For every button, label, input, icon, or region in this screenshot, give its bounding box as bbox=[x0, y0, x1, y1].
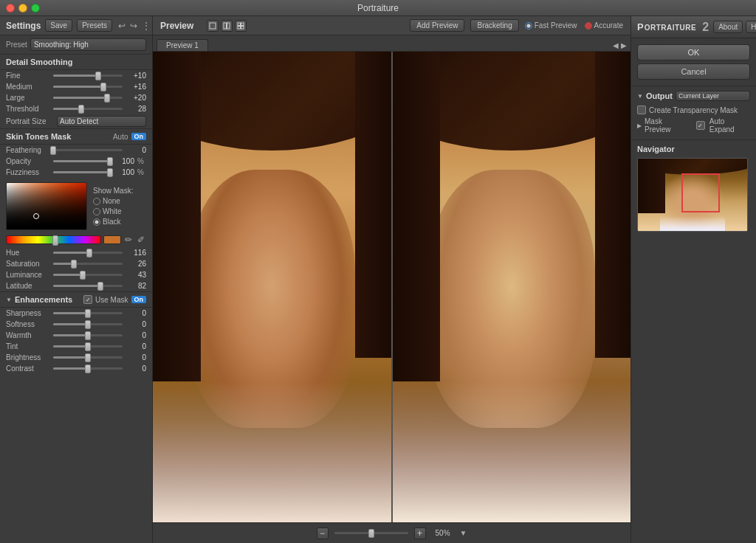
sharpness-slider-track[interactable] bbox=[53, 312, 123, 314]
fuzziness-slider-track[interactable] bbox=[53, 171, 111, 173]
preview-tab-1[interactable]: Preview 1 bbox=[157, 39, 208, 51]
preset-select[interactable]: Smoothing: High bbox=[30, 38, 146, 51]
fuzziness-slider-thumb[interactable] bbox=[107, 168, 113, 177]
threshold-slider-thumb[interactable] bbox=[78, 105, 84, 114]
brightness-slider-track[interactable] bbox=[53, 356, 123, 359]
fuzziness-slider-fill bbox=[53, 171, 111, 173]
opacity-slider-track[interactable] bbox=[53, 160, 111, 162]
enhancements-on-badge[interactable]: On bbox=[131, 296, 147, 303]
auto-expand-label: Auto Expand bbox=[709, 117, 750, 134]
medium-label: Medium bbox=[6, 83, 50, 91]
tint-slider-thumb[interactable] bbox=[85, 342, 91, 351]
hue-slider-thumb[interactable] bbox=[86, 249, 92, 257]
use-mask-checkbox[interactable]: ✓ bbox=[83, 295, 92, 304]
show-mask-label: Show Mask: bbox=[93, 187, 133, 195]
accurate-radio[interactable]: Accurate bbox=[585, 21, 623, 30]
image-area bbox=[153, 52, 630, 522]
color-swatch-primary[interactable] bbox=[103, 235, 121, 244]
none-radio[interactable] bbox=[93, 198, 100, 205]
warmth-slider-track[interactable] bbox=[53, 334, 123, 336]
opacity-slider-row: Opacity 100 % bbox=[0, 156, 152, 167]
output-collapse-arrow[interactable]: ▼ bbox=[637, 93, 643, 100]
sharpness-slider-thumb[interactable] bbox=[85, 309, 91, 318]
medium-slider-track[interactable] bbox=[53, 86, 123, 88]
add-preview-button[interactable]: Add Preview bbox=[410, 19, 464, 32]
close-button[interactable] bbox=[6, 4, 15, 13]
redo-button[interactable]: ↪ bbox=[128, 21, 139, 31]
accurate-radio-dot[interactable] bbox=[585, 22, 592, 30]
output-layer-select[interactable]: Current Layer bbox=[676, 91, 750, 101]
save-button[interactable]: Save bbox=[45, 19, 72, 32]
maximize-button[interactable] bbox=[31, 4, 40, 13]
single-view-btn[interactable] bbox=[207, 20, 219, 32]
threshold-slider-track[interactable] bbox=[53, 108, 123, 110]
warmth-slider-thumb[interactable] bbox=[85, 331, 91, 340]
tint-slider-track[interactable] bbox=[53, 345, 123, 347]
softness-slider-thumb[interactable] bbox=[85, 320, 91, 329]
skin-tones-on-badge[interactable]: On bbox=[131, 133, 147, 140]
grid-view-btn[interactable] bbox=[235, 20, 247, 32]
latitude-slider-track[interactable] bbox=[53, 285, 123, 287]
zoom-in-button[interactable]: + bbox=[414, 528, 426, 539]
fine-slider-thumb[interactable] bbox=[95, 72, 101, 80]
main-layout: Settings Save Presets ↩ ↪ ⋮ Preset Smoot… bbox=[0, 16, 756, 543]
black-radio[interactable] bbox=[93, 218, 100, 226]
luminance-slider-track[interactable] bbox=[53, 274, 123, 276]
zoom-dropdown-btn[interactable]: ▼ bbox=[460, 529, 467, 537]
bracketing-button[interactable]: Bracketing bbox=[470, 19, 518, 32]
pipette-button[interactable]: ✏ bbox=[123, 235, 134, 245]
output-section: ▼ Output Current Layer Create Transparen… bbox=[631, 86, 756, 139]
opacity-slider-thumb[interactable] bbox=[107, 157, 113, 166]
zoom-out-button[interactable]: − bbox=[317, 528, 329, 539]
pipette2-button[interactable]: ✐ bbox=[136, 235, 146, 245]
window-controls[interactable] bbox=[6, 4, 40, 13]
luminance-slider-thumb[interactable] bbox=[80, 271, 86, 280]
show-mask-black[interactable]: Black bbox=[93, 218, 133, 226]
medium-slider-thumb[interactable] bbox=[100, 83, 106, 91]
mask-preview-arrow[interactable]: ▶ bbox=[637, 122, 642, 129]
cancel-button[interactable]: Cancel bbox=[637, 63, 750, 80]
hue-bar[interactable] bbox=[6, 235, 101, 244]
right-panel: PORTRAITURE 2 About Help OK Cancel ▼ Out… bbox=[630, 16, 756, 543]
minimize-button[interactable] bbox=[18, 4, 27, 13]
contrast-slider-thumb[interactable] bbox=[85, 364, 91, 373]
hue-slider-track[interactable] bbox=[53, 252, 123, 254]
history-button[interactable]: ⋮ bbox=[140, 21, 152, 31]
split-view-btn[interactable] bbox=[221, 20, 233, 32]
show-mask-white[interactable]: White bbox=[93, 207, 133, 215]
auto-expand-checkbox[interactable]: ✓ bbox=[696, 121, 705, 130]
about-button[interactable]: About bbox=[713, 21, 743, 33]
fast-preview-radio-dot[interactable] bbox=[525, 22, 532, 30]
ok-button[interactable]: OK bbox=[637, 44, 750, 60]
nav-next-btn[interactable]: ▶ bbox=[621, 41, 627, 49]
contrast-slider-track[interactable] bbox=[53, 367, 123, 370]
help-button[interactable]: Help bbox=[746, 21, 756, 33]
saturation-slider-track[interactable] bbox=[53, 263, 123, 265]
brightness-slider-thumb[interactable] bbox=[85, 353, 91, 362]
fine-slider-track[interactable] bbox=[53, 75, 123, 77]
navigator-highlight-box[interactable] bbox=[681, 173, 720, 213]
latitude-slider-thumb[interactable] bbox=[97, 282, 103, 291]
undo-button[interactable]: ↩ bbox=[117, 21, 127, 31]
transparency-mask-checkbox[interactable] bbox=[637, 106, 646, 114]
navigator-thumbnail[interactable] bbox=[637, 158, 748, 232]
threshold-value: 28 bbox=[126, 105, 146, 113]
nav-prev-btn[interactable]: ◀ bbox=[613, 41, 619, 49]
hue-thumb[interactable] bbox=[52, 235, 58, 246]
fast-preview-radio[interactable]: Fast Preview bbox=[525, 21, 577, 30]
zoom-thumb[interactable] bbox=[368, 529, 374, 538]
zoom-slider[interactable] bbox=[334, 532, 408, 534]
color-gradient[interactable] bbox=[6, 182, 87, 230]
show-mask-none[interactable]: None bbox=[93, 197, 133, 205]
portrait-size-select[interactable]: Auto Detect bbox=[57, 116, 146, 127]
large-slider-track[interactable] bbox=[53, 97, 123, 99]
feathering-slider-thumb[interactable] bbox=[50, 146, 56, 155]
softness-slider-track[interactable] bbox=[53, 323, 123, 325]
saturation-slider-thumb[interactable] bbox=[71, 260, 77, 269]
white-radio[interactable] bbox=[93, 208, 100, 215]
medium-value: +16 bbox=[126, 83, 146, 91]
enhancements-collapse-arrow[interactable]: ▼ bbox=[6, 297, 12, 303]
feathering-slider-track[interactable] bbox=[53, 149, 123, 151]
large-slider-thumb[interactable] bbox=[104, 94, 110, 103]
presets-button[interactable]: Presets bbox=[77, 19, 112, 32]
